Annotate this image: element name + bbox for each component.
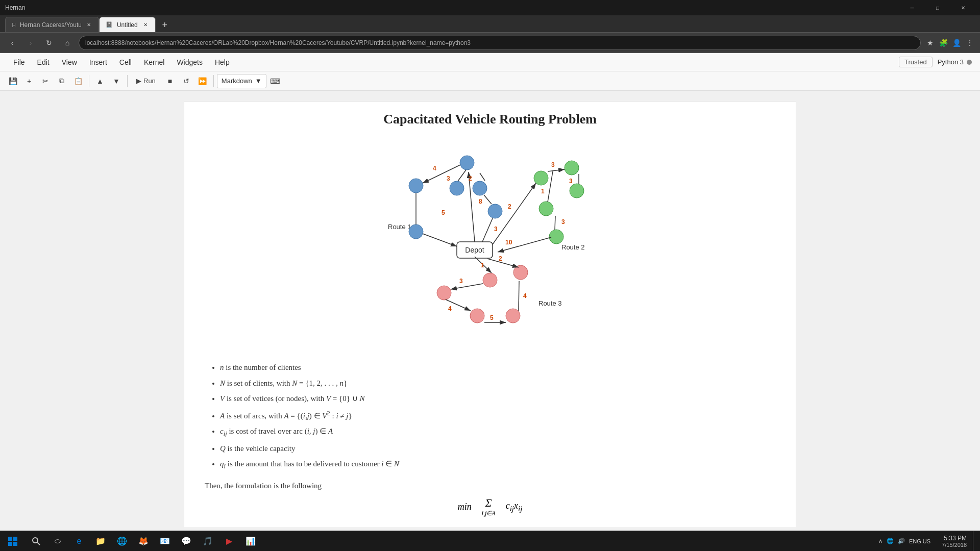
taskbar-app2[interactable]: 💬 <box>176 531 197 552</box>
edge-label-4: 4 <box>433 165 436 172</box>
tray-up-arrow[interactable]: ∧ <box>878 538 883 544</box>
menu-insert[interactable]: Insert <box>84 56 112 68</box>
var-A: A <box>220 412 225 420</box>
address-bar: ‹ › ↻ ⌂ localhost:8888/notebooks/Hernan%… <box>0 33 980 53</box>
restart-button[interactable]: ↺ <box>179 74 194 88</box>
menu-help[interactable]: Help <box>210 56 235 68</box>
show-desktop[interactable] <box>973 531 976 552</box>
edge-label-1b: 1 <box>481 262 484 269</box>
edge-label-3b: 3 <box>494 226 498 233</box>
tray-volume[interactable]: 🔊 <box>898 538 905 544</box>
bullet-item-1: n is the number of clientes <box>220 362 775 373</box>
menu-kernel[interactable]: Kernel <box>139 56 169 68</box>
tab-1-close[interactable]: ✕ <box>142 21 149 29</box>
tab-0-close[interactable]: ✕ <box>85 21 92 29</box>
var-Q: Q <box>220 444 226 453</box>
reload-button[interactable]: ↻ <box>42 36 56 50</box>
taskbar-firefox[interactable]: 🦊 <box>133 531 154 552</box>
cut-button[interactable]: ✂ <box>38 74 53 88</box>
taskbar-right: ∧ 🌐 🔊 ENG US 5:33 PM 7/15/2018 <box>873 531 980 552</box>
svg-point-6 <box>33 538 38 543</box>
node-r1-top <box>460 156 474 170</box>
bullet-item-5: cij is cost of travel over arc (i, j) ∈ … <box>220 425 775 439</box>
node-r2-mid <box>539 202 553 216</box>
edge-label-1: 1 <box>541 188 545 195</box>
run-button[interactable]: ▶ Run <box>131 74 161 87</box>
clock[interactable]: 5:33 PM 7/15/2018 <box>938 535 971 548</box>
back-button[interactable]: ‹ <box>5 36 19 50</box>
taskbar-icons: ⬭ e 📁 🌐 🦊 📧 💬 🎵 ▶ 📊 <box>26 531 261 552</box>
profile-icon[interactable]: 👤 <box>951 38 962 48</box>
taskbar-app4[interactable]: ▶ <box>218 531 240 552</box>
tab-0[interactable]: H Hernan Caceres/Youtub... ✕ <box>5 17 99 32</box>
title-bar: Hernan ─ □ ✕ <box>0 0 980 15</box>
move-down-button[interactable]: ▼ <box>109 74 124 88</box>
save-button[interactable]: 💾 <box>5 74 20 88</box>
jupyter-toolbar: 💾 + ✂ ⧉ 📋 ▲ ▼ ▶ Run ■ ↺ ⏩ Markdown ▼ ⌨ <box>0 71 980 91</box>
cell-container: Capacitated Vehicle Routing Problem Depo… <box>184 101 796 528</box>
edge-right-btm <box>484 195 492 204</box>
keyboard-shortcut-button[interactable]: ⌨ <box>267 74 283 88</box>
formulation-text: Then, the formulation is the following <box>205 482 775 490</box>
edge-top-mid <box>458 170 466 181</box>
menu-icon[interactable]: ⋮ <box>965 38 975 48</box>
edge-mid-right <box>480 173 485 181</box>
add-cell-button[interactable]: + <box>21 74 37 88</box>
edge-label-5b: 5 <box>490 314 494 321</box>
menu-cell[interactable]: Cell <box>114 56 137 68</box>
taskbar-edge[interactable]: e <box>68 531 90 552</box>
edge-label-3f: 3 <box>459 278 463 285</box>
min-label: min <box>458 502 472 512</box>
extensions-icon[interactable]: 🧩 <box>938 38 948 48</box>
taskbar-explorer[interactable]: 📁 <box>90 531 111 552</box>
edge-depot-r3-2 <box>487 259 519 267</box>
node-r3-left <box>437 286 451 300</box>
bullet-list: n is the number of clientes N is set of … <box>205 362 775 471</box>
menu-edit[interactable]: Edit <box>32 56 55 68</box>
home-button[interactable]: ⌂ <box>60 36 75 50</box>
taskbar-search[interactable] <box>26 531 47 552</box>
bullet-item-7: qi is the amount that has to be delivere… <box>220 458 775 471</box>
forward-button[interactable]: › <box>23 36 38 50</box>
taskbar-app5[interactable]: 📊 <box>240 531 261 552</box>
maximize-button[interactable]: □ <box>926 0 949 15</box>
menu-widgets[interactable]: Widgets <box>172 56 208 68</box>
jupyter-right: Trusted Python 3 <box>899 57 972 67</box>
tab-1[interactable]: 📓 Untitled ✕ <box>99 17 156 32</box>
copy-button[interactable]: ⧉ <box>54 74 69 88</box>
node-r3-top <box>483 273 497 287</box>
separator-1 <box>89 75 89 87</box>
edge-label-2b: 2 <box>508 203 511 210</box>
var-qi: qi <box>220 460 226 468</box>
start-button[interactable] <box>0 531 26 552</box>
edge-label-3e: 3 <box>561 218 565 226</box>
search-icon <box>32 537 41 546</box>
window-controls[interactable]: ─ □ ✕ <box>900 0 975 15</box>
bullet-item-3: V is set of vetices (or nodes), with V =… <box>220 393 775 405</box>
taskbar-chrome[interactable]: 🌐 <box>111 531 133 552</box>
formula-sum: Σ i,j∈A <box>482 496 496 517</box>
close-button[interactable]: ✕ <box>951 0 975 15</box>
taskbar-app3[interactable]: 🎵 <box>197 531 218 552</box>
bookmark-icon[interactable]: ★ <box>925 38 935 48</box>
var-cij: cij <box>220 427 227 435</box>
url-bar[interactable]: localhost:8888/notebooks/Hernan%20Cacere… <box>79 36 921 50</box>
edge-label-8: 8 <box>479 198 482 205</box>
cell-type-dropdown[interactable]: Markdown ▼ <box>217 74 266 88</box>
node-r1-right <box>473 181 487 195</box>
taskbar-app1[interactable]: 📧 <box>154 531 176 552</box>
new-tab-button[interactable]: + <box>158 18 172 32</box>
restart-run-button[interactable]: ⏩ <box>195 74 210 88</box>
move-up-button[interactable]: ▲ <box>92 74 108 88</box>
taskbar-cortana[interactable]: ⬭ <box>47 531 68 552</box>
interrupt-button[interactable]: ■ <box>162 74 178 88</box>
paste-button[interactable]: 📋 <box>70 74 86 88</box>
menu-file[interactable]: File <box>8 56 30 68</box>
cvrp-diagram: Depot Route 1 Route 2 Route 3 <box>357 142 623 346</box>
bullet-item-4: A is set of arcs, with A = {(i,j) ∈ V2 :… <box>220 409 775 422</box>
menu-view[interactable]: View <box>57 56 82 68</box>
trusted-badge[interactable]: Trusted <box>899 57 933 67</box>
window-title: Hernan <box>5 4 25 11</box>
edge-ll-depot <box>423 234 457 246</box>
minimize-button[interactable]: ─ <box>900 0 924 15</box>
